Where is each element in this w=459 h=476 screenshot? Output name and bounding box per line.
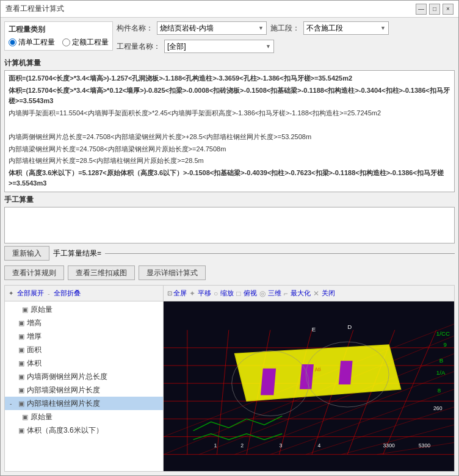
main-content: 工程量类别 清单工程量 定额工程量 构件名称： [1, 18, 458, 475]
tree-item-tiji-36[interactable]: ▣ 体积（高度3.6米以下） [5, 424, 163, 437]
machine-calc-title: 计算机算量 [4, 58, 455, 68]
tree-item-yuanshi[interactable]: ▣ 原始量 [5, 303, 163, 316]
main-window: 查看工程量计算式 — □ × 工程量类别 清单工程量 定额工程量 [0, 0, 459, 476]
tree-icon-zenghou: ▣ [18, 333, 24, 341]
zoom-button[interactable]: 缩放 [220, 289, 234, 298]
tree-icon-gangsi-zhu-yuanshi: ▣ [22, 413, 28, 421]
formula-line-2: 内墙脚手架面积=11.5504<内墙脚手架面积长度>*2.45<内墙脚手架面积高… [9, 108, 450, 119]
tree-item-gangsi-total[interactable]: ▣ 内墙两侧钢丝网片总长度 [5, 370, 163, 383]
svg-text:4: 4 [318, 442, 321, 449]
view-3d-button[interactable]: 查看三维扣减图 [68, 265, 135, 280]
tree-panel: ✦ 全部展开 - 全部折叠 ▣ 原始量 ▣ 增高 [5, 286, 164, 471]
tree-icon-tiji-36: ▣ [18, 427, 24, 435]
formula-line-1: 体积=(12.5704<长度>*3.4<墙高>*0.12<墙厚>)-0.825<… [9, 85, 450, 107]
svg-rect-24 [261, 369, 276, 395]
machine-calc-section: 计算机算量 面积=(12.5704<长度>*3.4<墙高>)-1.257<孔洞浇… [4, 58, 455, 192]
svg-text:8: 8 [438, 387, 441, 394]
engineering-type-section: 工程量类别 清单工程量 定额工程量 [4, 21, 113, 51]
tree-label-gangsi-zhu: 内部墙柱钢丝网片长度 [27, 398, 100, 409]
fullscreen-button[interactable]: 全屏 [173, 289, 187, 298]
viewport-panel: ⊡ 全屏 ✦ 平移 ○ 缩放 □ 俯视 ◎ 三维 ⌐ 最大化 ✕ 关闭 [164, 286, 454, 471]
engineering-type-label: 工程量类别 [9, 24, 109, 35]
tree-icon-yuanshi: ▣ [22, 306, 28, 314]
svg-marker-22 [235, 345, 401, 401]
maximize-button[interactable]: □ [429, 4, 440, 15]
manual-action-row: 重新输入 手工算量结果= [4, 246, 455, 261]
formula-box[interactable]: 面积=(12.5704<长度>*3.4<墙高>)-1.257<孔洞浇板>-1.1… [4, 70, 455, 192]
svg-text:B: B [439, 357, 443, 364]
manual-result-label: 手工算量结果= [53, 248, 101, 259]
title-bar-buttons: — □ × [416, 4, 454, 15]
tree-label-tiji-36: 体积（高度3.6米以下） [27, 425, 103, 436]
manual-calc-section: 手工算量 重新输入 手工算量结果= [4, 195, 455, 263]
svg-text:E: E [312, 326, 316, 333]
svg-text:1/A: 1/A [436, 369, 446, 376]
manual-result-line [105, 253, 455, 254]
svg-text:260: 260 [433, 405, 443, 411]
tree-item-zenghou[interactable]: ▣ 增厚 [5, 330, 163, 343]
tree-item-zenggao[interactable]: ▣ 增高 [5, 316, 163, 330]
tree-icon-gangsi-liang: ▣ [18, 386, 24, 394]
maximize-button[interactable]: 最大化 [291, 289, 311, 298]
viewport-toolbar: ⊡ 全屏 ✦ 平移 ○ 缩放 □ 俯视 ◎ 三维 ⌐ 最大化 ✕ 关闭 [164, 286, 454, 301]
component-name-row: 构件名称： 烧结页岩砖-内墙 ▼ 施工段： 不含施工段 ▼ [117, 21, 455, 35]
tree-item-tiji[interactable]: ▣ 体积 [5, 356, 163, 370]
tree-item-gangsi-zhu-yuanshi[interactable]: ▣ 原始量 [5, 410, 163, 424]
viewport-fullscreen-icon: ⊡ [167, 290, 172, 297]
svg-text:1/CC: 1/CC [436, 330, 450, 337]
pan-button[interactable]: 平移 [198, 289, 211, 298]
tree-icon-mianji: ▣ [18, 346, 24, 354]
tree-icon-gangsi-zhu: ▣ [18, 400, 24, 408]
svg-line-8 [217, 330, 228, 455]
re-enter-button[interactable]: 重新输入 [4, 246, 49, 261]
tree-content[interactable]: ▣ 原始量 ▣ 增高 ▣ 增厚 [5, 301, 163, 471]
tree-label-mianji: 面积 [27, 345, 42, 355]
svg-text:1: 1 [214, 442, 217, 449]
tree-label-yuanshi: 原始量 [31, 305, 52, 315]
tree-icon-tiji: ▣ [18, 359, 24, 367]
stage-dropdown[interactable]: 不含施工段 ▼ [303, 21, 389, 35]
radio-qingdan-label: 清单工程量 [18, 37, 55, 48]
svg-text:3: 3 [279, 442, 282, 449]
view-rules-button[interactable]: 查看计算规则 [4, 265, 64, 280]
tree-icon-zenggao: ▣ [18, 319, 24, 327]
tree-label-gangsi-liang: 内部墙梁钢丝网片长度 [27, 385, 100, 395]
title-bar: 查看工程量计算式 — □ × [1, 1, 458, 18]
component-name-label: 构件名称： [117, 23, 153, 34]
formula-line-7: 体积（高度3.6米以下）=5.1287<原始体积（高度3.6以下）>-0.150… [9, 168, 450, 189]
svg-text:2: 2 [240, 442, 244, 449]
perspective-button[interactable]: 俯视 [244, 289, 257, 298]
stage-label: 施工段： [270, 23, 300, 34]
expand-all-button[interactable]: 全部展开 [17, 289, 44, 298]
quantity-name-row: 工程量名称： [全部] ▼ [117, 40, 455, 53]
show-detail-button[interactable]: 显示详细计算式 [139, 265, 206, 280]
viewport-canvas[interactable]: 1/CC 9 B 1/A 8 260 1 2 3 4 3300 5300 [164, 301, 454, 471]
stage-arrow: ▼ [380, 25, 386, 31]
manual-calc-title: 手工算量 [4, 195, 455, 205]
formula-line-8: 内墙两侧钢丝网片总面积=(24.7508<内部墙梁钢丝网片长度>+28.5<内部… [9, 190, 450, 192]
formula-line-4: 内墙两侧钢丝网片总长度=24.7508<内部墙梁钢丝网片长度>+28.5<内部墙… [9, 132, 450, 143]
viewport-close-button[interactable]: 关闭 [322, 289, 335, 298]
tree-item-mianji[interactable]: ▣ 面积 [5, 343, 163, 356]
three-d-button[interactable]: 三维 [268, 289, 281, 298]
component-info: 构件名称： 烧结页岩砖-内墙 ▼ 施工段： 不含施工段 ▼ 工程量名称： [全部… [117, 21, 455, 56]
radio-dinge-label: 定额工程量 [72, 37, 109, 48]
tree-item-gangsi-zhu[interactable]: - ▣ 内部墙柱钢丝网片长度 [5, 397, 163, 410]
manual-input-box[interactable] [4, 207, 455, 243]
quantity-dropdown[interactable]: [全部] ▼ [164, 40, 274, 53]
radio-dinge[interactable]: 定额工程量 [62, 37, 109, 48]
radio-qingdan[interactable]: 清单工程量 [9, 37, 55, 48]
expand-icon: ✦ [9, 290, 13, 297]
formula-line-0: 面积=(12.5704<长度>*3.4<墙高>)-1.257<孔洞浇板>-1.1… [9, 73, 450, 84]
3d-view-svg: 1/CC 9 B 1/A 8 260 1 2 3 4 3300 5300 [164, 301, 454, 471]
expand-gangsi-zhu: - [10, 400, 16, 407]
svg-text:5300: 5300 [419, 442, 431, 449]
component-name-dropdown[interactable]: 烧结页岩砖-内墙 ▼ [157, 21, 267, 35]
close-button[interactable]: × [443, 4, 454, 15]
quantity-name-label: 工程量名称： [117, 41, 161, 52]
tree-item-gangsi-liang[interactable]: ▣ 内部墙梁钢丝网片长度 [5, 383, 163, 397]
formula-line-3 [9, 120, 450, 131]
component-name-arrow: ▼ [258, 25, 264, 31]
minimize-button[interactable]: — [416, 4, 427, 15]
collapse-all-button[interactable]: 全部折叠 [54, 289, 81, 298]
